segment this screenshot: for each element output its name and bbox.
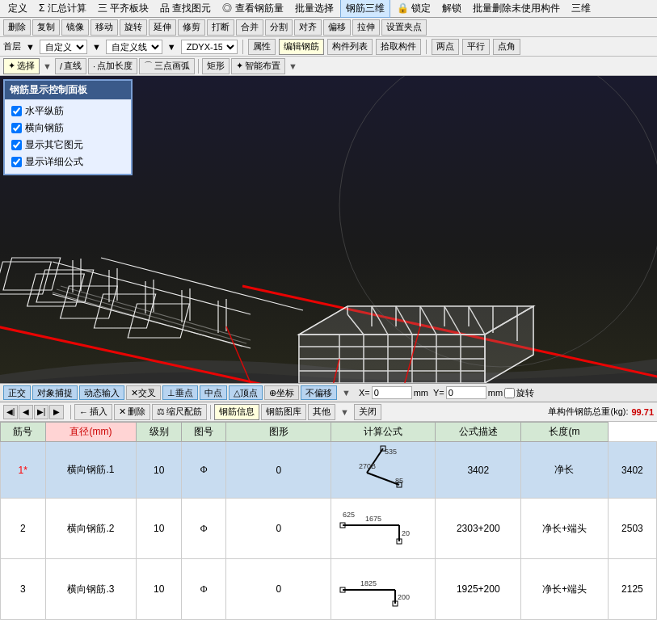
layer-type-select[interactable]: 自定义 bbox=[40, 40, 87, 54]
btn-nav-next[interactable]: ▶ bbox=[49, 405, 64, 419]
btn-parallel[interactable]: 平行 bbox=[462, 39, 490, 55]
rebar-panel: 钢筋显示控制面板 水平纵筋 横向钢筋 显示其它图元 显示详细公式 bbox=[3, 79, 133, 175]
panel-title: 钢筋显示控制面板 bbox=[5, 81, 131, 99]
btn-midpoint[interactable]: ⊥ 垂点 bbox=[162, 385, 198, 400]
table-row[interactable]: 2 横向钢筋.2 10 Φ 0 1675 20 bbox=[1, 499, 657, 559]
cell-diameter: 10 bbox=[137, 442, 182, 499]
btn-scale[interactable]: ⚖ 缩尺配筋 bbox=[152, 404, 207, 420]
btn-stretch[interactable]: 拉伸 bbox=[352, 19, 380, 36]
btn-close[interactable]: 关闭 bbox=[354, 404, 381, 420]
checkbox-other-elements[interactable] bbox=[11, 140, 22, 150]
btn-nav-first[interactable]: ◀| bbox=[3, 405, 18, 419]
menu-flat-panel[interactable]: 三 平齐板块 bbox=[93, 0, 154, 17]
btn-insert-rebar[interactable]: ← 插入 bbox=[74, 404, 112, 420]
menu-unlock[interactable]: 解锁 bbox=[437, 0, 466, 17]
coord-y-field: Y= mm bbox=[433, 386, 503, 399]
btn-other[interactable]: 其他 bbox=[308, 404, 335, 420]
btn-two-point[interactable]: 两点 bbox=[432, 39, 459, 55]
col-shape: 图形 bbox=[226, 423, 331, 442]
btn-rotate[interactable]: 旋转 bbox=[120, 19, 147, 36]
cell-shape-1: 535 270B 85 bbox=[331, 442, 436, 499]
checkbox-transverse-rebar[interactable] bbox=[11, 123, 22, 133]
btn-property[interactable]: 属性 bbox=[248, 39, 276, 55]
cell-grade: Φ bbox=[181, 442, 226, 499]
btn-move[interactable]: 移动 bbox=[91, 19, 118, 36]
menu-lock[interactable]: 🔒 锁定 bbox=[392, 0, 436, 17]
btn-select[interactable]: ✦ 选择 bbox=[3, 58, 40, 74]
svg-text:20: 20 bbox=[402, 529, 410, 537]
y-input[interactable] bbox=[446, 386, 486, 399]
menu-batch-select[interactable]: 批量选择 bbox=[290, 0, 339, 17]
btn-angle[interactable]: 点角 bbox=[493, 39, 520, 55]
layer-subtype-select[interactable]: 自定义线 bbox=[106, 40, 162, 54]
rotate-checkbox[interactable] bbox=[504, 388, 515, 398]
btn-merge[interactable]: 合并 bbox=[236, 19, 263, 36]
x-input[interactable] bbox=[372, 386, 412, 399]
btn-coordinate[interactable]: ⊕ 坐标 bbox=[264, 385, 299, 400]
toolbar1: 删除 复制 镜像 移动 旋转 延伸 修剪 打断 合并 分割 对齐 偏移 拉伸 设… bbox=[0, 18, 657, 37]
cell-name: 横向钢筋.2 bbox=[45, 499, 137, 559]
btn-offset[interactable]: 偏移 bbox=[323, 19, 351, 36]
btn-intersection[interactable]: ✕ 交叉 bbox=[126, 385, 161, 400]
btn-pickup[interactable]: 拾取构件 bbox=[376, 39, 421, 55]
btn-center[interactable]: 中点 bbox=[200, 385, 227, 400]
svg-text:270B: 270B bbox=[359, 462, 376, 470]
col-length: 长度(m bbox=[521, 423, 609, 442]
menu-sum[interactable]: Σ 汇总计算 bbox=[34, 0, 91, 17]
btn-copy[interactable]: 复制 bbox=[32, 19, 60, 36]
btn-no-offset[interactable]: 不偏移 bbox=[301, 385, 337, 400]
menu-define[interactable]: 定义 bbox=[3, 0, 32, 17]
btn-break[interactable]: 打断 bbox=[207, 19, 234, 36]
panel-option-1: 水平纵筋 bbox=[11, 103, 124, 120]
table-row[interactable]: 3 横向钢筋.3 10 Φ 0 1825 200 bbox=[1, 559, 657, 620]
btn-member-list[interactable]: 构件列表 bbox=[327, 39, 373, 55]
svg-line-67 bbox=[367, 473, 399, 485]
cell-id: 2 bbox=[1, 499, 46, 559]
btn-snap[interactable]: 对象捕捉 bbox=[32, 385, 78, 400]
col-shape-num: 图号 bbox=[181, 423, 226, 442]
btn-extend[interactable]: 延伸 bbox=[149, 19, 176, 36]
btn-nav-last[interactable]: ▶| bbox=[34, 405, 48, 419]
cell-id: 3 bbox=[1, 559, 46, 620]
btn-delete-rebar[interactable]: ✕ 删除 bbox=[114, 404, 150, 420]
btn-delete[interactable]: 删除 bbox=[3, 19, 31, 36]
btn-trim[interactable]: 修剪 bbox=[178, 19, 205, 36]
btn-grip[interactable]: 设置夹点 bbox=[381, 19, 427, 36]
btn-endpoint[interactable]: △ 顶点 bbox=[229, 385, 263, 400]
menu-bar: 定义 Σ 汇总计算 三 平齐板块 品 查找图元 ◎ 查看钢筋量 批量选择 钢筋三… bbox=[0, 0, 657, 18]
btn-nav-prev[interactable]: ◀ bbox=[19, 405, 33, 419]
cell-description: 净长 bbox=[521, 442, 609, 499]
btn-smart-layout[interactable]: ✦ 智能布置 bbox=[231, 58, 285, 74]
menu-3d[interactable]: 三维 bbox=[566, 0, 596, 17]
cell-id: 1* bbox=[1, 442, 46, 499]
btn-rebar-info[interactable]: 钢筋信息 bbox=[214, 404, 259, 420]
btn-edit-rebar[interactable]: 编辑钢筋 bbox=[279, 39, 324, 55]
menu-view-rebar[interactable]: ◎ 查看钢筋量 bbox=[217, 0, 288, 17]
cell-diameter: 10 bbox=[137, 559, 182, 620]
btn-ortho[interactable]: 正交 bbox=[3, 385, 31, 400]
btn-dynamic-input[interactable]: 动态输入 bbox=[79, 385, 124, 400]
btn-split[interactable]: 分割 bbox=[265, 19, 293, 36]
rebar-table: 筋号 直径(mm) 级别 图号 图形 计算公式 公式描述 长度(m 1* 横向钢… bbox=[0, 422, 657, 620]
btn-align[interactable]: 对齐 bbox=[294, 19, 322, 36]
checkbox-detail-formula[interactable] bbox=[11, 157, 22, 167]
cell-diameter: 10 bbox=[137, 499, 182, 559]
cad-viewport[interactable]: E D Z N 钢筋显示控制面板 bbox=[0, 76, 657, 383]
panel-option-4: 显示详细公式 bbox=[11, 154, 124, 170]
cell-grade: Φ bbox=[181, 559, 226, 620]
btn-mirror[interactable]: 镜像 bbox=[61, 19, 89, 36]
btn-add-length[interactable]: · 点加长度 bbox=[88, 58, 137, 74]
menu-find-element[interactable]: 品 查找图元 bbox=[155, 0, 216, 17]
btn-three-arc[interactable]: ⌒ 三点画弧 bbox=[139, 58, 195, 74]
menu-batch-delete[interactable]: 批量删除未使用构件 bbox=[468, 0, 565, 17]
btn-rebar-db[interactable]: 钢筋图库 bbox=[261, 404, 306, 420]
col-diameter: 直径(mm) bbox=[45, 423, 137, 442]
cell-shape-num: 0 bbox=[226, 499, 331, 559]
layer-code-select[interactable]: ZDYX-15 bbox=[181, 40, 238, 54]
btn-line[interactable]: / 直线 bbox=[55, 58, 86, 74]
checkbox-horizontal-rebar[interactable] bbox=[11, 106, 22, 116]
cell-description: 净长+端头 bbox=[521, 559, 609, 620]
btn-rect[interactable]: 矩形 bbox=[202, 58, 230, 74]
menu-rebar-3d[interactable]: 钢筋三维 bbox=[340, 0, 390, 18]
table-row[interactable]: 1* 横向钢筋.1 10 Φ 0 535 270B bbox=[1, 442, 657, 499]
